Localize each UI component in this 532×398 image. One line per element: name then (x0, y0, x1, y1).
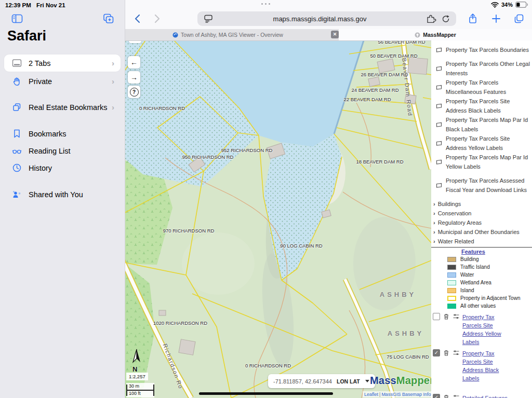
coordinates-value: -71.811857, 42.647344 (273, 378, 332, 385)
layer-group[interactable]: ›Buildings (431, 199, 532, 209)
sidebar-toggle-icon[interactable] (11, 13, 23, 24)
back-button[interactable] (131, 12, 143, 25)
chevron-right-icon: › (433, 218, 435, 227)
layer-label: Property Tax Parcels Map Par Id Black La… (446, 115, 530, 134)
share-button[interactable] (467, 12, 479, 25)
status-bar: 12:39 PM Fri Nov 21 34% (0, 0, 532, 10)
layer-group[interactable]: ›Water Related (431, 237, 532, 246)
sidebar-item-shared-with-you[interactable]: Shared with You (4, 186, 121, 203)
map-back-button[interactable]: ← (128, 56, 140, 68)
parcel-label: 56 BEAVER DAM RD (378, 40, 425, 45)
chevron-down-icon[interactable] (365, 379, 370, 383)
legend-item: Water (431, 271, 532, 279)
address-bar[interactable]: maps.massgis.digital.mass.gov (197, 11, 456, 26)
group-label: Water Related (438, 237, 474, 246)
sidebar-item-label: Real Estate Bookmarks (29, 103, 108, 112)
page-menu-icon[interactable] (204, 15, 213, 23)
legend-item: All other values (431, 302, 532, 310)
layer-control-link[interactable]: Property Tax Parcels Site Address Yellow… (462, 313, 507, 346)
massmapper-logo: MassMapper (370, 375, 431, 387)
chevron-right-icon: › (433, 209, 435, 218)
layer-checkbox[interactable] (433, 394, 440, 398)
layer-label: Property Tax Parcels Site Address Black … (446, 97, 530, 115)
delete-layer-icon[interactable] (443, 313, 450, 320)
tab-massmapper[interactable]: MassMapper (339, 29, 532, 40)
parcel-label: 0 RICHARDSON RD (139, 105, 185, 111)
delete-layer-icon[interactable] (443, 349, 450, 356)
layer-group[interactable]: ›Municipal and Other Boundaries (431, 227, 532, 237)
legend-item: Traffic Island (431, 263, 532, 271)
layer-item[interactable]: Property Tax Parcels Other Legal Interes… (431, 59, 532, 78)
map-help-button[interactable]: ? (128, 86, 140, 98)
legend-swatch (447, 280, 456, 285)
extensions-icon[interactable] (427, 15, 436, 23)
map-canvas[interactable]: 0 RICHARDSON RD 56 BEAVER DAM RD 50 BEAV… (125, 40, 431, 398)
map-attribution: Leaflet|MassGIS Basemap Info (363, 391, 431, 397)
chevron-right-icon: › (433, 199, 435, 209)
layer-item[interactable]: Property Tax Parcels Site Address Black … (431, 97, 532, 115)
tab-overview-button[interactable] (513, 12, 525, 25)
sidebar-item-tab-group[interactable]: Real Estate Bookmarks › (4, 99, 121, 116)
new-tab-button[interactable] (490, 12, 502, 25)
map-forward-button[interactable]: → (128, 71, 140, 84)
legend-label: All other values (460, 303, 496, 309)
layer-label: Property Tax Parcels Assessed Fiscal Yea… (446, 176, 530, 195)
layer-label: Property Tax Parcels Map Par Id Yellow L… (446, 153, 530, 171)
layer-item[interactable]: Property Tax Parcels Map Par Id Yellow L… (431, 153, 532, 171)
legend-header-link[interactable]: Features (461, 249, 485, 255)
layer-control-link[interactable]: Property Tax Parcels Site Address Black … (462, 349, 507, 382)
layer-control-link[interactable]: Detailed Features (462, 394, 508, 398)
layer-item[interactable]: Property Tax Parcels Miscellaneous Featu… (431, 78, 532, 97)
sidebar-item-bookmarks[interactable]: Bookmarks (4, 125, 121, 142)
sidebar-item-private[interactable]: Private › (4, 73, 121, 90)
parcel-label: 952 RICHARDSON RD (221, 147, 273, 153)
layer-item[interactable]: Property Tax Parcels Assessed Fiscal Yea… (431, 171, 532, 199)
layer-group[interactable]: ›Conservation (431, 209, 532, 218)
flag-icon (436, 66, 442, 71)
leaflet-link[interactable]: Leaflet (364, 392, 378, 397)
tab-bar: Town of Ashby, MA GIS Viewer - Overview … (125, 29, 532, 41)
compass-label: N (132, 365, 144, 373)
legend-swatch (447, 265, 456, 270)
layer-settings-icon[interactable] (453, 313, 460, 320)
forward-button[interactable] (151, 12, 163, 25)
layer-checkbox[interactable] (433, 349, 440, 356)
tab-title: Town of Ashby, MA GIS Viewer - Overview (181, 32, 283, 38)
layer-item[interactable]: Property Tax Parcels Map Par Id Black La… (431, 115, 532, 134)
reload-icon[interactable] (442, 15, 450, 23)
massgis-basemap-link[interactable]: MassGIS Basemap Info (381, 392, 431, 397)
layer-settings-icon[interactable] (453, 349, 460, 356)
layer-checkbox[interactable] (433, 313, 440, 320)
sidebar-item-tabs[interactable]: 2 Tabs › (4, 54, 121, 72)
compass: N (129, 349, 144, 369)
layer-item[interactable]: Property Tax Parcels Boundaries (431, 40, 532, 59)
parcel-label: 24 BEAVER DAM RD (351, 87, 398, 93)
scale-bar: 30 m 100 ft (126, 383, 154, 397)
new-tab-icon[interactable] (103, 13, 114, 24)
legend-swatch (447, 304, 456, 309)
layer-group[interactable]: ›Regulatory Areas (431, 218, 532, 227)
sidebar-item-history[interactable]: History (4, 159, 121, 176)
status-date: Fri Nov 21 (36, 2, 65, 8)
coordinate-readout[interactable]: -71.811857, 42.647344 LON LAT (268, 374, 375, 388)
map-basemap (125, 40, 431, 398)
scale-imperial: 100 ft (129, 391, 141, 396)
delete-layer-icon[interactable] (443, 394, 450, 398)
close-tab-icon[interactable]: ✕ (331, 31, 339, 38)
layer-settings-icon[interactable] (453, 394, 460, 398)
status-time: 12:39 PM (5, 2, 31, 8)
tab-ashby-gis-viewer[interactable]: Town of Ashby, MA GIS Viewer - Overview (125, 29, 331, 40)
group-label: Conservation (438, 209, 472, 218)
coordinate-format: LON LAT (337, 378, 360, 385)
town-label: ASHBY (380, 291, 417, 298)
layer-item[interactable]: Property Tax Parcels Site Address Yellow… (431, 134, 532, 153)
multitasking-dots-icon[interactable] (261, 3, 270, 5)
url-text: maps.massgis.digital.mass.gov (213, 15, 427, 23)
flag-icon (436, 103, 442, 108)
sidebar-item-reading-list[interactable]: Reading List (4, 142, 121, 159)
layer-label: Property Tax Parcels Site Address Yellow… (446, 134, 530, 153)
parcel-label: 26 BEAVER DAM RD (361, 72, 408, 77)
legend-item: Wetland Area (431, 279, 532, 286)
home-indicator[interactable] (199, 392, 333, 395)
legend-label: Wetland Area (460, 280, 491, 285)
